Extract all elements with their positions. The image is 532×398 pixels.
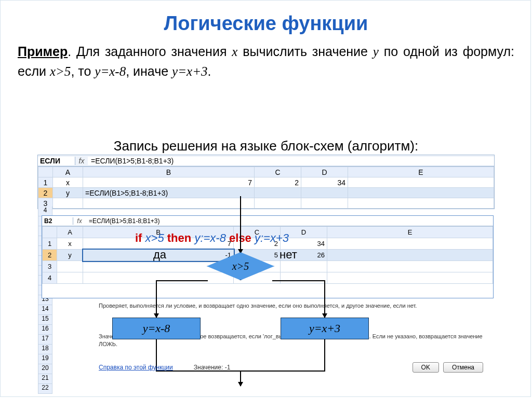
table-row: 2 y -1 5 26 bbox=[43, 250, 493, 261]
cell[interactable]: x bbox=[53, 177, 83, 188]
table-row: 3 bbox=[38, 198, 494, 209]
value-label: Значение: -1 bbox=[194, 364, 231, 371]
cancel-button[interactable]: Отмена bbox=[443, 362, 483, 373]
cell[interactable] bbox=[301, 198, 348, 209]
spreadsheet-inner: B2 fx =ЕСЛИ(B1>5;B1-8;B1+3) A B C D E 1 … bbox=[42, 215, 494, 298]
cell[interactable] bbox=[327, 261, 493, 272]
page-title: Логические функции bbox=[0, 0, 532, 42]
kw-if: if bbox=[135, 231, 142, 244]
text: вычислить значение bbox=[237, 44, 373, 59]
box-text: y=x+3 bbox=[309, 322, 340, 335]
ok-button[interactable]: OK bbox=[413, 362, 439, 373]
col-d[interactable]: D bbox=[301, 167, 348, 177]
example-paragraph: Пример. Для заданного значения x вычисли… bbox=[0, 42, 532, 86]
table-row: 1 x 7 2 34 bbox=[38, 177, 494, 188]
text: . bbox=[208, 64, 211, 78]
box-text: y=x-8 bbox=[143, 322, 170, 335]
dialog-footer: Справка по этой функции Значение: -1 OK … bbox=[99, 362, 483, 373]
arrow-down-icon bbox=[238, 382, 243, 387]
row-num[interactable]: 2 bbox=[38, 188, 53, 198]
cell[interactable] bbox=[53, 198, 83, 209]
text: . Для заданного значения bbox=[68, 44, 232, 59]
cell[interactable] bbox=[327, 238, 493, 250]
row-num[interactable]: 2 bbox=[43, 250, 57, 261]
code-line: if x>5 then y:=x-8 else y:=x+3 bbox=[135, 231, 289, 245]
flow-line bbox=[240, 196, 241, 253]
cell[interactable] bbox=[57, 261, 83, 272]
code-then-expr: y:=x-8 bbox=[194, 231, 226, 244]
cell[interactable] bbox=[281, 272, 327, 284]
flow-line bbox=[156, 280, 208, 281]
flow-line bbox=[156, 280, 157, 318]
cell[interactable] bbox=[255, 188, 301, 198]
cell[interactable] bbox=[255, 198, 301, 209]
cell[interactable]: 34 bbox=[301, 177, 348, 188]
col-headers: A B C D E bbox=[38, 167, 494, 177]
help-link[interactable]: Справка по этой функции bbox=[99, 364, 173, 371]
cell[interactable]: y bbox=[57, 250, 83, 261]
row-num[interactable]: 20 bbox=[38, 364, 52, 374]
fx-icon[interactable]: fx bbox=[73, 217, 86, 225]
col-b[interactable]: B bbox=[83, 167, 255, 177]
spreadsheet-outer: ЕСЛИ fx =ЕСЛИ(B1>5;B1-8;B1+3) A B C D E … bbox=[37, 155, 495, 209]
cell[interactable] bbox=[57, 272, 83, 284]
cell[interactable] bbox=[327, 272, 493, 284]
cell[interactable]: x bbox=[57, 238, 83, 250]
formula1: y=x-8 bbox=[95, 64, 126, 78]
label-no: нет bbox=[280, 248, 297, 262]
row-num[interactable]: 18 bbox=[38, 345, 52, 354]
row-num[interactable]: 16 bbox=[38, 325, 52, 335]
cell[interactable] bbox=[83, 198, 255, 209]
row-num[interactable]: 22 bbox=[38, 384, 52, 394]
formula-input[interactable]: =ЕСЛИ(B1>5;B1-8;B1+3) bbox=[88, 157, 494, 165]
row-num[interactable]: 1 bbox=[38, 177, 53, 188]
code-cond: x>5 bbox=[145, 231, 164, 244]
cell[interactable] bbox=[281, 261, 327, 272]
col-a[interactable]: A bbox=[57, 227, 83, 238]
col-c[interactable]: C bbox=[255, 167, 301, 177]
row-num[interactable]: 21 bbox=[38, 374, 52, 384]
cell[interactable] bbox=[348, 177, 494, 188]
label-example: Пример bbox=[18, 44, 68, 59]
fx-icon[interactable]: fx bbox=[75, 157, 88, 165]
row-num[interactable]: 14 bbox=[38, 305, 52, 315]
col-e[interactable]: E bbox=[327, 227, 493, 238]
cell[interactable] bbox=[348, 198, 494, 209]
name-box[interactable]: ЕСЛИ bbox=[38, 157, 75, 165]
var-y: y bbox=[373, 45, 379, 59]
col-e[interactable]: E bbox=[348, 167, 494, 177]
flow-line bbox=[272, 280, 325, 281]
cell[interactable] bbox=[83, 272, 234, 284]
row-num[interactable]: 17 bbox=[38, 335, 52, 345]
row-num[interactable]: 19 bbox=[38, 354, 52, 364]
row-num[interactable]: 15 bbox=[38, 315, 52, 325]
flow-box-true: y=x-8 bbox=[112, 318, 201, 339]
cond: x>5 bbox=[50, 64, 71, 78]
cell[interactable] bbox=[348, 188, 494, 198]
cell[interactable] bbox=[327, 250, 493, 261]
cell[interactable]: 7 bbox=[83, 177, 255, 188]
row-num[interactable]: 3 bbox=[43, 261, 57, 272]
subtitle-overlay: Запись решения на языке блок-схем (алгор… bbox=[0, 138, 532, 154]
cell[interactable]: 2 bbox=[255, 177, 301, 188]
col-a[interactable]: A bbox=[53, 167, 83, 177]
flow-box-false: y=x+3 bbox=[281, 318, 369, 339]
formula2: y=x+3 bbox=[172, 64, 207, 78]
formula-bar: ЕСЛИ fx =ЕСЛИ(B1>5;B1-8;B1+3) bbox=[38, 155, 494, 167]
formula-bar: B2 fx =ЕСЛИ(B1>5;B1-8;B1+3) bbox=[42, 216, 493, 226]
row-num[interactable]: 4 bbox=[43, 272, 57, 284]
value: -1 bbox=[225, 364, 231, 371]
var-x: x bbox=[232, 45, 237, 59]
label-yes: да bbox=[153, 248, 166, 262]
flow-line bbox=[324, 280, 325, 318]
table-row: 2 y =ЕСЛИ(B1>5;B1-8;B1+3) bbox=[38, 188, 494, 198]
cell[interactable] bbox=[301, 188, 348, 198]
table-row: 4 bbox=[43, 272, 493, 284]
cell-formula[interactable]: =ЕСЛИ(B1>5;B1-8;B1+3) bbox=[83, 188, 255, 198]
name-box[interactable]: B2 bbox=[42, 217, 73, 225]
label: Значение: bbox=[194, 364, 223, 371]
formula-input[interactable]: =ЕСЛИ(B1>5;B1-8;B1+3) bbox=[86, 217, 493, 225]
cell[interactable]: y bbox=[53, 188, 83, 198]
row-num[interactable]: 1 bbox=[43, 238, 57, 250]
kw-then: then bbox=[167, 231, 191, 244]
